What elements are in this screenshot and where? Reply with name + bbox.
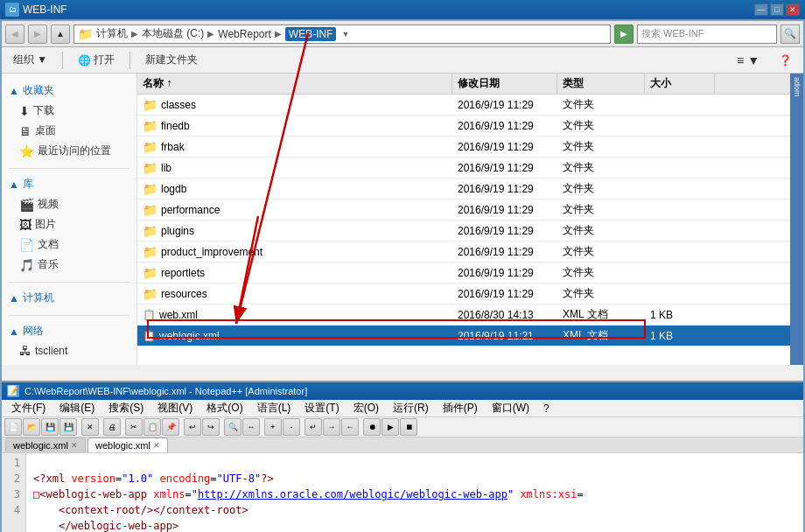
sidebar-item-documents[interactable]: 📄 文档 <box>5 234 133 255</box>
forward-button[interactable]: ▶ <box>28 24 47 44</box>
minimize-button[interactable]: — <box>754 4 768 16</box>
sidebar-item-download[interactable]: ⬇ 下载 <box>5 101 133 121</box>
path-drive: 本地磁盘 (C:) <box>142 26 204 41</box>
menu-edit[interactable]: 编辑(E) <box>53 398 101 418</box>
computer-header[interactable]: ▲ 计算机 <box>5 288 133 308</box>
np-outdent[interactable]: ← <box>341 418 359 436</box>
new-folder-button[interactable]: 新建文件夹 <box>139 49 204 71</box>
window-controls[interactable]: — □ ✕ <box>754 4 800 16</box>
tab-close-1[interactable]: ✕ <box>71 441 78 450</box>
file-row[interactable]: 📁 classes 2016/9/19 11:29 文件夹 <box>137 94 790 116</box>
view-button[interactable]: ≡ ▼ <box>731 50 766 71</box>
np-zoom-out[interactable]: - <box>283 418 300 436</box>
np-macro-play[interactable]: ▶ <box>382 418 399 436</box>
sidebar-item-pictures[interactable]: 🖼 图片 <box>5 214 133 234</box>
folder-icon: 📁 <box>143 266 158 280</box>
search-button[interactable]: 🔍 <box>780 24 800 44</box>
file-row[interactable]: 📁 logdb 2016/9/19 11:29 文件夹 <box>137 178 790 200</box>
col-header-type[interactable]: 类型 <box>557 74 645 94</box>
menu-search[interactable]: 搜索(S) <box>102 398 150 418</box>
sidebar-item-tsclient[interactable]: 🖧 tsclient <box>5 341 133 360</box>
np-new[interactable]: 📄 <box>4 418 22 436</box>
path-dropdown-arrow[interactable]: ▼ <box>341 30 349 38</box>
file-name: reportlets <box>161 267 205 279</box>
search-box[interactable]: 搜索 WEB-INF <box>637 24 777 44</box>
file-size-cell: 1 KB <box>645 327 715 345</box>
file-size-cell <box>645 249 715 255</box>
col-header-name[interactable]: 名称 ↑ <box>137 74 452 94</box>
menu-language[interactable]: 语言(L) <box>251 398 298 418</box>
address-path[interactable]: 📁 计算机 ▶ 本地磁盘 (C:) ▶ WebReport ▶ WEB-INF … <box>74 24 611 44</box>
sidebar-item-desktop[interactable]: 🖥 桌面 <box>5 121 133 141</box>
main-area: ▲ 收藏夹 ⬇ 下载 🖥 桌面 ⭐ 最近访问的位置 <box>2 74 803 365</box>
sidebar-item-music[interactable]: 🎵 音乐 <box>5 255 133 275</box>
menu-window[interactable]: 窗口(W) <box>486 398 536 418</box>
np-zoom-in[interactable]: + <box>264 418 282 436</box>
np-print[interactable]: 🖨 <box>103 418 121 436</box>
menu-help[interactable]: ? <box>537 400 556 417</box>
np-redo[interactable]: ↪ <box>202 418 220 436</box>
search-label: 搜索 WEB-INF <box>641 27 704 40</box>
tab-close-2[interactable]: ✕ <box>153 441 160 450</box>
np-save[interactable]: 💾 <box>41 418 59 436</box>
np-cut[interactable]: ✂ <box>125 418 143 436</box>
col-header-size[interactable]: 大小 <box>645 74 715 94</box>
np-copy[interactable]: 📋 <box>144 418 161 436</box>
library-header[interactable]: ▲ 库 <box>5 174 133 194</box>
tab-weblogic-2[interactable]: weblogic.xml ✕ <box>88 438 168 452</box>
file-type-cell: 文件夹 <box>557 200 645 220</box>
up-button[interactable]: ▲ <box>51 24 70 44</box>
np-indent[interactable]: → <box>323 418 340 436</box>
go-button[interactable]: ▶ <box>614 24 634 44</box>
file-row[interactable]: 📁 frbak 2016/9/19 11:29 文件夹 <box>137 136 790 158</box>
menu-settings[interactable]: 设置(T) <box>298 398 345 418</box>
file-row[interactable]: 📁 product_improvement 2016/9/19 11:29 文件… <box>137 242 790 262</box>
np-find[interactable]: 🔍 <box>224 418 242 436</box>
menu-run[interactable]: 运行(R) <box>387 398 435 418</box>
line-numbers: 1 2 3 4 <box>2 453 26 532</box>
file-date-cell: 2016/9/19 11:29 <box>452 117 557 135</box>
np-macro-stop[interactable]: ⏹ <box>400 418 417 436</box>
window-icon: 🗂 <box>5 3 19 17</box>
network-header[interactable]: ▲ 网络 <box>5 321 133 341</box>
file-row[interactable]: 📁 performance 2016/9/19 11:29 文件夹 <box>137 200 790 220</box>
favorites-header[interactable]: ▲ 收藏夹 <box>5 80 133 101</box>
np-wrap[interactable]: ↵ <box>304 418 322 436</box>
file-date-cell: 2016/9/19 11:29 <box>452 285 557 303</box>
np-undo[interactable]: ↩ <box>184 418 201 436</box>
np-paste[interactable]: 📌 <box>162 418 179 436</box>
menu-file[interactable]: 文件(F) <box>5 398 52 418</box>
open-button[interactable]: 🌐 打开 <box>72 49 121 71</box>
np-save-all[interactable]: 💾 <box>60 418 77 436</box>
menu-macro[interactable]: 宏(O) <box>347 398 385 418</box>
maximize-button[interactable]: □ <box>770 4 784 16</box>
file-row[interactable]: 📁 reportlets 2016/9/19 11:29 文件夹 <box>137 262 790 284</box>
np-replace[interactable]: ↔ <box>242 418 260 436</box>
tab-weblogic-1[interactable]: weblogic.xml ✕ <box>5 438 86 452</box>
file-name-cell: 📁 performance <box>137 200 452 220</box>
file-row[interactable]: 📁 finedb 2016/9/19 11:29 文件夹 <box>137 116 790 136</box>
np-open[interactable]: 📂 <box>23 418 40 436</box>
col-header-date[interactable]: 修改日期 <box>452 74 557 94</box>
file-row[interactable]: 📁 resources 2016/9/19 11:29 文件夹 <box>137 284 790 304</box>
sidebar-item-recent[interactable]: ⭐ 最近访问的位置 <box>5 141 133 161</box>
organize-button[interactable]: 组织 ▼ <box>7 49 53 71</box>
file-row[interactable]: 📁 plugins 2016/9/19 11:29 文件夹 <box>137 220 790 242</box>
file-type-cell: 文件夹 <box>557 178 645 199</box>
file-row[interactable]: 📁 lib 2016/9/19 11:29 文件夹 <box>137 158 790 178</box>
close-button[interactable]: ✕ <box>786 4 800 16</box>
file-row[interactable]: 📋 web.xml 2016/8/30 14:13 XML 文档 1 KB <box>137 304 790 326</box>
file-row[interactable]: 📋 weblogic.xml 2016/9/19 11:21 XML 文档 1 … <box>137 326 790 346</box>
np-close[interactable]: ✕ <box>81 418 99 436</box>
folder-icon: 📁 <box>143 287 158 301</box>
menu-view[interactable]: 视图(V) <box>151 398 199 418</box>
menu-plugins[interactable]: 插件(P) <box>437 398 484 418</box>
sidebar-item-video[interactable]: 🎬 视频 <box>5 194 133 214</box>
menu-format[interactable]: 格式(O) <box>200 398 248 418</box>
open-label: 打开 <box>94 52 115 67</box>
code-area[interactable]: <?xml version="1.0" encoding="UTF-8"?> □… <box>26 453 591 532</box>
help-button[interactable]: ❓ <box>773 51 798 70</box>
right-panel-text: adom <box>793 77 802 97</box>
np-macro-rec[interactable]: ⏺ <box>363 418 381 436</box>
back-button[interactable]: ◀ <box>5 24 24 44</box>
